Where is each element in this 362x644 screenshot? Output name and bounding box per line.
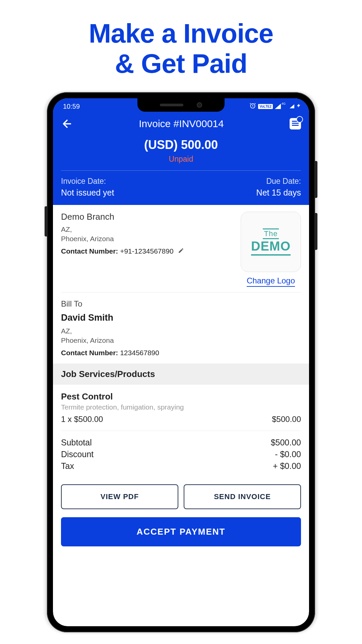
network-label: 4G <box>282 102 286 105</box>
signal-icon <box>275 104 281 109</box>
view-pdf-button[interactable]: VIEW PDF <box>61 484 178 509</box>
tax-value: + $0.00 <box>273 461 301 471</box>
status-time: 10:59 <box>61 103 80 110</box>
totals-section: Subtotal $500.00 Discount - $0.00 Tax + … <box>53 431 309 480</box>
item-qty-price: 1 x $500.00 <box>61 415 103 424</box>
billto-section: Bill To David Smith AZ, Phoenix, Arizona… <box>53 292 309 364</box>
discount-label: Discount <box>61 449 94 459</box>
invoice-date-label: Invoice Date: <box>61 177 114 186</box>
document-icon[interactable] <box>290 118 301 129</box>
from-contact: Contact Number: +91-1234567890 <box>61 247 184 255</box>
logo-text-top: The <box>263 228 279 239</box>
contact-value: 1234567890 <box>118 349 159 357</box>
item-name: Pest Control <box>61 391 301 402</box>
item-total: $500.00 <box>272 415 301 424</box>
logo-text-main: DEMO <box>251 239 291 256</box>
services-header: Job Services/Products <box>53 364 309 385</box>
back-button[interactable] <box>61 118 73 130</box>
billto-address-line2: Phoenix, Arizona <box>61 336 301 345</box>
action-buttons: VIEW PDF SEND INVOICE <box>53 480 309 516</box>
phone-side-button <box>315 213 317 250</box>
edit-icon[interactable] <box>178 247 184 255</box>
subtotal-label: Subtotal <box>61 438 92 447</box>
subtotal-value: $500.00 <box>271 438 301 447</box>
phone-side-button <box>315 161 317 198</box>
page-title-line2: & Get Paid <box>13 49 349 79</box>
billto-address-line1: AZ, <box>61 326 301 336</box>
due-date-value: Net 15 days <box>256 188 301 198</box>
speaker <box>160 104 183 106</box>
change-logo-link[interactable]: Change Logo <box>247 276 295 287</box>
contact-label: Contact Number: <box>61 247 118 255</box>
phone-frame: 10:59 VoLTE2 4G Invoice #INV00014 <box>47 92 315 632</box>
bolt-icon <box>296 102 301 111</box>
discount-value: - $0.00 <box>275 449 301 459</box>
from-name: Demo Branch <box>61 212 184 222</box>
company-logo: The DEMO <box>241 212 301 272</box>
accept-payment-button[interactable]: ACCEPT PAYMENT <box>61 517 301 546</box>
screen: 10:59 VoLTE2 4G Invoice #INV00014 <box>53 98 309 626</box>
send-invoice-button[interactable]: SEND INVOICE <box>184 484 301 509</box>
page-title: Make a Invoice & Get Paid <box>0 0 362 89</box>
contact-label: Contact Number: <box>61 349 118 357</box>
status-icons: VoLTE2 4G <box>249 102 301 111</box>
signal-icon <box>290 104 294 108</box>
phone-side-button <box>45 206 47 236</box>
line-item: Pest Control Termite protection, fumigat… <box>53 385 309 431</box>
from-section: Demo Branch AZ, Phoenix, Arizona Contact… <box>53 205 309 292</box>
invoice-title: Invoice #INV00014 <box>73 118 290 129</box>
invoice-content: Demo Branch AZ, Phoenix, Arizona Contact… <box>53 205 309 546</box>
item-description: Termite protection, fumigation, spraying <box>61 403 301 411</box>
billto-label: Bill To <box>61 299 301 309</box>
invoice-date-value: Not issued yet <box>61 188 114 198</box>
billto-contact: Contact Number: 1234567890 <box>61 349 301 357</box>
due-date-label: Due Date: <box>256 177 301 186</box>
contact-value: +91-1234567890 <box>118 247 173 255</box>
alarm-icon <box>249 102 256 111</box>
notch <box>137 98 225 112</box>
front-camera <box>197 102 202 108</box>
from-address-line2: Phoenix, Arizona <box>61 234 184 244</box>
tax-label: Tax <box>61 461 74 471</box>
billto-name: David Smith <box>61 313 301 323</box>
from-address-line1: AZ, <box>61 225 184 234</box>
payment-status: Unpaid <box>61 155 301 164</box>
volte-badge: VoLTE2 <box>258 104 273 109</box>
page-title-line1: Make a Invoice <box>13 18 349 49</box>
divider <box>61 170 301 171</box>
invoice-amount: (USD) 500.00 <box>61 138 301 152</box>
